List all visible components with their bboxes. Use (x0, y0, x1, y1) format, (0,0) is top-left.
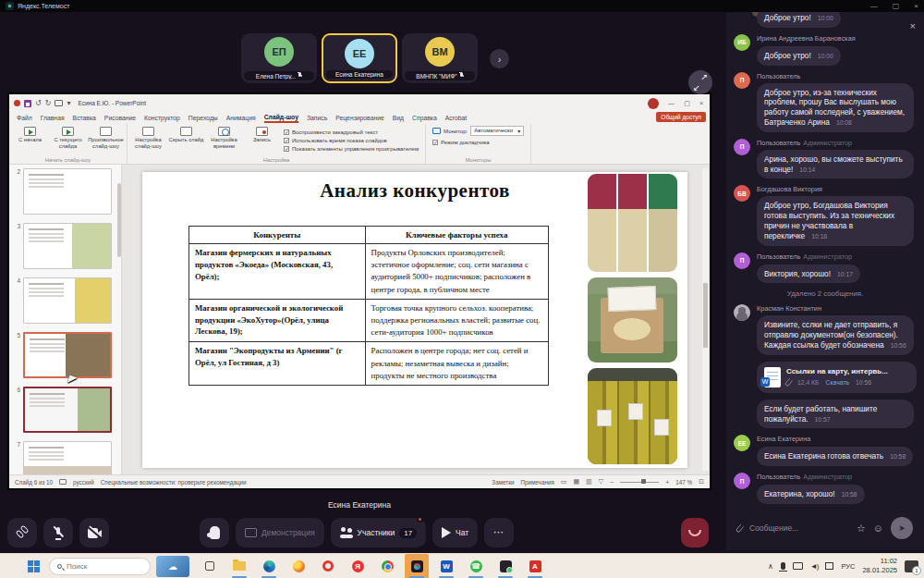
word-icon[interactable]: W (434, 554, 458, 578)
tab-главная[interactable]: Главная (41, 115, 65, 121)
ribbon-button[interactable]: С начала (12, 126, 48, 155)
file-attachment[interactable]: WСсылки на карту, интервь...12,4 КБСкача… (757, 362, 917, 393)
task-view-icon[interactable] (198, 554, 222, 578)
tab-слайд-шоу[interactable]: Слайд-шоу (264, 114, 298, 123)
ribbon-button[interactable]: Скрыть слайд (168, 126, 204, 155)
ribbon-checkbox[interactable]: Воспроизвести закадровый текст (284, 129, 419, 135)
ribbon-button[interactable]: С текущего слайда (50, 126, 86, 155)
share-screen-button[interactable]: Демонстрация (236, 518, 324, 547)
microphone-button[interactable] (43, 518, 73, 547)
zoom-slider[interactable] (620, 482, 659, 483)
yandex-browser-icon[interactable]: Я (346, 554, 370, 578)
ribbon-checkbox[interactable]: Показать элементы управления проигрывате… (284, 146, 419, 152)
ppt-account-avatar[interactable] (648, 98, 659, 109)
ppt-close-button[interactable]: × (699, 100, 703, 107)
telemost-app-icon[interactable] (493, 554, 517, 578)
qat-dropdown-icon[interactable]: ▾ (67, 99, 70, 107)
save-icon[interactable] (24, 100, 31, 107)
raise-hand-button[interactable] (200, 518, 229, 547)
attach-file-icon[interactable] (736, 523, 745, 533)
chat-message-list[interactable]: Доброе утро!10:00ИБИрина Андреевна Баран… (726, 12, 924, 506)
language-switcher[interactable]: РУС (841, 562, 855, 571)
tab-анимация[interactable]: Анимация (226, 115, 256, 121)
slide-number-indicator[interactable]: Слайд 6 из 10 (15, 479, 53, 486)
edge-browser-icon[interactable] (257, 554, 281, 578)
expand-share-button[interactable]: ↗↙ (688, 70, 712, 94)
download-link[interactable]: Скачать (826, 379, 850, 386)
camera-button[interactable] (79, 518, 109, 547)
start-button[interactable] (28, 560, 40, 572)
fit-slide-icon[interactable]: ⊡ (699, 478, 704, 486)
ppt-share-button[interactable]: Общий доступ (656, 112, 706, 122)
record-icon[interactable] (14, 100, 20, 106)
language-indicator[interactable]: русский (73, 479, 94, 486)
comments-button[interactable]: Примечания (520, 479, 553, 486)
tab-рецензирование[interactable]: Рецензирование (335, 115, 383, 121)
reading-view-icon[interactable]: ▥ (586, 478, 592, 486)
slideshow-qat-icon[interactable] (55, 100, 63, 106)
undo-icon[interactable]: ↺ (35, 99, 42, 107)
window-minimize-button[interactable]: — (870, 0, 878, 12)
end-call-button[interactable] (681, 518, 709, 547)
send-message-button[interactable]: ➤ (891, 517, 913, 539)
slide-thumbnail-7[interactable] (23, 441, 112, 474)
tab-рисование[interactable]: Рисование (104, 115, 136, 121)
slide-sorter-icon[interactable]: ▦ (573, 478, 579, 486)
slideshow-view-icon[interactable]: ▽ (599, 478, 603, 486)
next-participants-button[interactable]: › (490, 49, 509, 68)
taskbar-search-input[interactable] (67, 562, 131, 571)
participant-tile[interactable]: ЕПЕлена Петру... (241, 33, 317, 83)
chrome-browser-icon[interactable] (375, 554, 399, 578)
tab-вставка[interactable]: Вставка (73, 115, 96, 121)
tab-файл[interactable]: Файл (17, 115, 32, 121)
redo-icon[interactable]: ↻ (45, 99, 52, 107)
tab-справка[interactable]: Справка (412, 115, 437, 121)
telemost-active-icon[interactable] (405, 554, 429, 578)
normal-view-icon[interactable]: ▭ (561, 478, 567, 486)
tab-переходы[interactable]: Переходы (188, 115, 218, 121)
zoom-level[interactable]: 147 % (675, 479, 692, 486)
tray-display-icon[interactable] (793, 562, 803, 570)
slide-thumbnail-6[interactable] (23, 387, 112, 433)
accessibility-status[interactable]: Специальные возможности: проверьте реком… (101, 479, 247, 486)
acrobat-icon[interactable]: A (523, 554, 547, 578)
presenter-mode-checkbox[interactable]: Режим докладчика (432, 140, 524, 145)
firefox-browser-icon[interactable] (286, 554, 310, 578)
tab-запись[interactable]: Запись (307, 115, 327, 121)
display-settings-icon[interactable] (59, 479, 67, 485)
ribbon-checkbox[interactable]: Использовать время показа слайдов (284, 138, 419, 143)
ribbon-button[interactable]: Произвольное слайд-шоу (88, 126, 124, 155)
slide-scrollbar[interactable] (702, 168, 709, 471)
opera-browser-icon[interactable] (316, 554, 340, 578)
window-close-button[interactable]: × (914, 0, 918, 12)
tray-expand-icon[interactable]: ∧ (768, 562, 773, 571)
chat-close-button[interactable]: × (910, 20, 916, 31)
ribbon-button[interactable]: Настройка времени (206, 126, 242, 155)
ribbon-button[interactable]: Запись (244, 126, 280, 155)
taskbar-clock[interactable]: 11:02 28.01.2025 (862, 557, 897, 575)
chat-button[interactable]: Чат (432, 518, 478, 547)
ribbon-button[interactable]: Настройка слайд-шоу (130, 126, 166, 155)
more-options-button[interactable]: ··· (484, 518, 514, 547)
invite-link-button[interactable] (7, 518, 37, 547)
tray-mic-icon[interactable] (781, 562, 785, 570)
zoom-in-icon[interactable]: + (665, 479, 669, 486)
file-explorer-icon[interactable] (227, 554, 251, 578)
tab-конструктор[interactable]: Конструктор (144, 115, 180, 121)
ppt-minimize-button[interactable]: — (668, 100, 675, 107)
participants-button[interactable]: Участники 17 (331, 518, 427, 547)
slide-thumbnail-3[interactable] (23, 223, 112, 269)
slide-thumbnail-4[interactable] (23, 277, 112, 324)
whatsapp-icon[interactable]: ☎ (464, 554, 488, 578)
slide-thumbnail-5[interactable] (23, 332, 112, 378)
participant-tile[interactable]: ВМВМНПК "МИФ" (402, 33, 478, 83)
weather-widget[interactable]: ☁ (156, 556, 189, 577)
monitor-select[interactable]: Автоматически ▾ (470, 126, 524, 136)
thumbnail-scrollbar[interactable] (117, 183, 121, 257)
message-input[interactable] (749, 523, 849, 533)
notification-center-icon[interactable] (905, 560, 918, 572)
notes-button[interactable]: Заметки (492, 479, 514, 486)
favorites-icon[interactable]: ☆ (857, 523, 866, 535)
tray-volume-icon[interactable]: ◄) (810, 562, 819, 571)
slide-thumbnail-2[interactable] (23, 168, 112, 215)
